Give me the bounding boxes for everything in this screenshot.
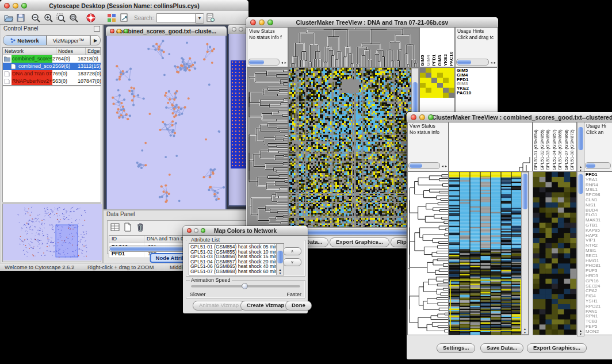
attribute-list-label: Attribute List: [190, 237, 221, 243]
close-button[interactable]: [232, 27, 236, 32]
tab-network[interactable]: Network: [3, 35, 47, 45]
tv2-row-dendrogram[interactable]: [407, 171, 449, 335]
settings-button[interactable]: Settings...: [437, 343, 475, 353]
tv1-row-dendrogram[interactable]: [247, 67, 288, 228]
column-label: GPL51-08 (GSM872): [570, 123, 576, 170]
map-colors-dialog: Map Colors to Network Attribute List GPL…: [183, 226, 308, 313]
done-button[interactable]: Done: [285, 301, 312, 311]
data-panel-title: Data Panel: [104, 210, 248, 220]
tv2-gene-list[interactable]: PFD1YRA1RNR4MSL1SPC98CLN1NIS1BUD4ELG1MAK…: [584, 171, 612, 335]
search-input[interactable]: [156, 13, 198, 22]
close-button[interactable]: [411, 114, 416, 120]
tv2-status-scrollbar[interactable]: [408, 162, 440, 169]
help-icon[interactable]: [86, 13, 96, 23]
scroll-left-arrow[interactable]: ◂: [491, 60, 492, 66]
network-canvas-2[interactable]: [228, 34, 248, 206]
scroll-right-arrow[interactable]: ▸: [445, 163, 447, 169]
tv1-column-dendrogram[interactable]: [288, 27, 419, 67]
network-tab-icon: [10, 38, 16, 43]
zoom-out-icon[interactable]: [30, 13, 41, 23]
network-overview-panel[interactable]: [2, 204, 101, 262]
close-button[interactable]: [250, 20, 256, 25]
tv1-view-status: View Status No status info f ◂ ▸: [247, 27, 288, 67]
export-graphics-button[interactable]: Export Graphics...: [527, 343, 587, 353]
minimize-button[interactable]: [259, 20, 265, 25]
attribute-browser-icon[interactable]: [205, 13, 216, 23]
minimize-button[interactable]: [117, 29, 121, 33]
browser-icon[interactable]: [119, 13, 129, 23]
animate-vizmap-button[interactable]: Animate Vizmap: [193, 301, 245, 311]
tab-overflow-button[interactable]: ▶: [90, 35, 101, 45]
network-canvas-1[interactable]: [106, 36, 227, 209]
control-panel-title: Control Panel: [3, 25, 39, 32]
tv1-status-scrollbar[interactable]: [248, 59, 280, 66]
tv1-hints-scrollbar[interactable]: [456, 59, 489, 66]
network-tree-empty-area[interactable]: [2, 86, 101, 202]
network-view-window-1[interactable]: combined_scores_good.txt--cluste...: [106, 26, 227, 209]
vizmapper-icon[interactable]: [106, 13, 117, 23]
tab-vizmapper[interactable]: VizMapper™: [47, 35, 90, 45]
attribute-item[interactable]: GPL51-07 (GSM868) heat shock 60 min: [190, 269, 277, 274]
speed-slider-thumb[interactable]: [242, 283, 248, 289]
tv2-column-dendrogram[interactable]: [449, 122, 533, 171]
zoom-in-icon[interactable]: [43, 13, 53, 23]
network-view-window-2[interactable]: [228, 25, 248, 206]
move-up-button[interactable]: ∧: [283, 247, 301, 255]
dialog-titlebar[interactable]: Map Colors to Network: [183, 226, 308, 236]
network-table-row[interactable]: combined_scores 2764(0) 16218(0): [3, 55, 101, 63]
network-table-row[interactable]: DNA and Tran 07 769(0) 183728(0): [3, 70, 101, 78]
delete-attribute-icon[interactable]: [135, 222, 146, 232]
tv2-view-status: View Status No status info ◂ ▸: [407, 122, 449, 171]
attribute-list-scrollbar[interactable]: ▴▾: [276, 244, 284, 275]
zoom-button[interactable]: [267, 20, 273, 25]
scroll-left-arrow[interactable]: ◂: [281, 60, 283, 66]
new-attribute-icon[interactable]: [123, 222, 133, 232]
search-dropdown-button[interactable]: ▼: [195, 13, 204, 24]
float-panel-icon[interactable]: [94, 26, 100, 32]
zoom-button[interactable]: [21, 3, 27, 9]
tv2-hints-scrollbar[interactable]: [585, 162, 611, 169]
close-button[interactable]: [187, 228, 192, 233]
minimize-button[interactable]: [194, 228, 198, 233]
scroll-left-arrow[interactable]: ◂: [442, 163, 443, 169]
scroll-right-arrow[interactable]: ▸: [494, 60, 496, 66]
network-table-header: Network Nodes Edges: [3, 48, 101, 55]
tv2-heatmap-vscrollbar[interactable]: ▴▾: [521, 172, 529, 335]
tv2-sub-heatmap[interactable]: [533, 171, 577, 335]
open-icon[interactable]: [3, 13, 14, 23]
save-data-button[interactable]: Save Data...: [480, 343, 523, 353]
tv1-column-labels[interactable]: GIM5GIM4PFD1GIM3YKE2PAC10: [419, 27, 455, 67]
close-button[interactable]: [110, 29, 114, 33]
network-table-row[interactable]: combined_sco 2569(6) 13112(15): [3, 63, 101, 70]
move-down-button[interactable]: ∨: [283, 258, 301, 266]
zoom-selected-icon[interactable]: [56, 13, 66, 23]
minimize-button[interactable]: [239, 27, 243, 32]
tv2-titlebar[interactable]: ClusterMaker TreeView : combined_scores_…: [407, 112, 612, 122]
minimize-button[interactable]: [419, 114, 425, 120]
save-icon[interactable]: [16, 13, 26, 23]
tv2-column-labels[interactable]: GPL51-01 (GSM854)GPL51-02 (GSM855)GPL51-…: [533, 122, 577, 171]
create-vizmap-button[interactable]: Create Vizmap: [240, 301, 290, 311]
attribute-listbox[interactable]: GPL51-01 (GSM854) heat shock 05 minGPL51…: [189, 243, 284, 275]
zoom-button[interactable]: [201, 228, 205, 233]
export-graphics-button[interactable]: Export Graphics...: [330, 237, 389, 247]
tv2-heatmap[interactable]: ▴▾: [449, 171, 529, 335]
column-label: GPL51-01 (GSM854): [534, 123, 540, 170]
zoom-button[interactable]: [124, 29, 128, 33]
status-welcome: Welcome to Cytoscape 2.6.2: [5, 264, 74, 270]
select-attributes-icon[interactable]: [110, 222, 120, 232]
scroll-right-arrow[interactable]: ▸: [285, 60, 286, 66]
network-table-row[interactable]: RNAPuberNov2+I 563(0) 107847(0): [3, 78, 101, 85]
zoom-button[interactable]: [428, 114, 434, 120]
close-button[interactable]: [4, 3, 10, 9]
tv1-heatmap[interactable]: ▴▾: [288, 67, 419, 228]
column-label: GPL51-04 (GSM857): [552, 123, 559, 170]
network-item-icon: [10, 64, 17, 69]
minimize-button[interactable]: [13, 3, 18, 9]
dialog-title: Map Colors to Network: [214, 228, 277, 234]
zoom-fit-icon[interactable]: [68, 13, 79, 23]
column-label: GPL51-03 (GSM856): [546, 123, 552, 170]
tv1-titlebar[interactable]: ClusterMaker TreeView : DNA and Tran 07-…: [246, 17, 498, 28]
main-titlebar[interactable]: Cytoscape Desktop (Session Name: collins…: [0, 0, 248, 12]
animation-speed-label: Animation Speed: [190, 277, 232, 283]
